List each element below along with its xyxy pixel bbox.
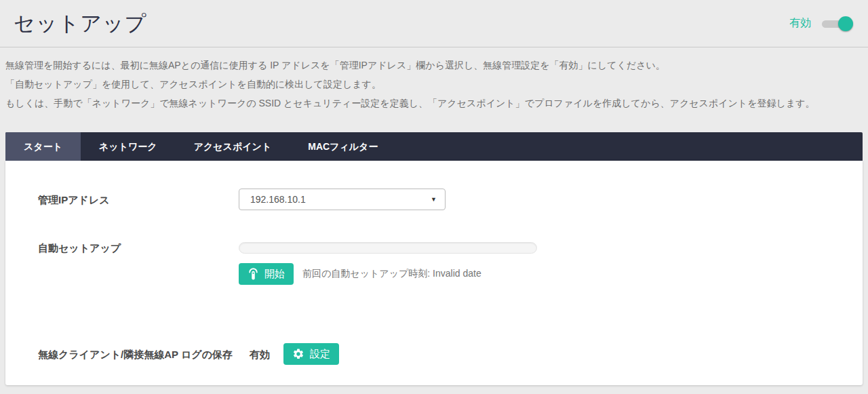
auto-setup-controls: 開始 前回の自動セットアップ時刻: Invalid date xyxy=(239,242,537,285)
tab-mac-filter[interactable]: MACフィルター xyxy=(290,132,396,161)
management-ip-selected-value: 192.168.10.1 xyxy=(250,194,306,205)
auto-setup-row: 自動セットアップ 開始 前回の自動セットアップ時刻: Invalid d xyxy=(38,242,863,285)
wireless-management-status-label: 有効 xyxy=(789,16,811,31)
wireless-management-toggle-area: 有効 xyxy=(789,16,853,32)
management-ip-select[interactable]: 192.168.10.1 ▼ xyxy=(239,189,446,210)
tab-network[interactable]: ネットワーク xyxy=(81,132,176,161)
log-save-label: 無線クライアント/隣接無線AP ログの保存 xyxy=(38,343,239,361)
intro-line: 無線管理を開始するには、最初に無線APとの通信に使用する IP アドレスを「管理… xyxy=(5,56,863,75)
log-save-status: 有効 xyxy=(250,343,270,361)
intro-line: 「自動セットアップ」を使用して、アクセスポイントを自動的に検出して設定します。 xyxy=(5,75,863,94)
auto-setup-button-row: 開始 前回の自動セットアップ時刻: Invalid date xyxy=(239,263,537,285)
settings-button-label: 設定 xyxy=(310,348,330,361)
wireless-management-toggle[interactable] xyxy=(821,16,853,32)
auto-setup-label: 自動セットアップ xyxy=(38,242,239,255)
content-panel: 管理IPアドレス 192.168.10.1 ▼ 自動セットアップ xyxy=(5,161,863,385)
tab-access-point[interactable]: アクセスポイント xyxy=(176,132,290,161)
management-ip-row: 管理IPアドレス 192.168.10.1 ▼ xyxy=(38,189,863,210)
intro-line: もしくは、手動で「ネットワーク」で無線ネットワークの SSID とセキュリティー… xyxy=(5,94,863,113)
last-auto-setup-time: 前回の自動セットアップ時刻: Invalid date xyxy=(302,268,481,280)
toggle-knob xyxy=(838,16,853,31)
intro-text: 無線管理を開始するには、最初に無線APとの通信に使用する IP アドレスを「管理… xyxy=(5,56,863,113)
page-title: セットアップ xyxy=(14,9,146,38)
log-save-row: 無線クライアント/隣接無線AP ログの保存 有効 設定 xyxy=(38,343,863,365)
tab-bar: スタート ネットワーク アクセスポイント MACフィルター xyxy=(5,132,863,161)
broadcast-icon xyxy=(248,267,259,281)
start-auto-setup-button[interactable]: 開始 xyxy=(239,263,294,285)
management-ip-label: 管理IPアドレス xyxy=(38,189,239,207)
start-button-label: 開始 xyxy=(264,268,285,281)
caret-down-icon: ▼ xyxy=(431,196,437,203)
log-save-settings-button[interactable]: 設定 xyxy=(283,343,339,365)
page-header: セットアップ 有効 xyxy=(0,0,868,47)
tab-start[interactable]: スタート xyxy=(5,132,81,161)
auto-setup-progress-bar xyxy=(239,242,537,254)
gear-icon xyxy=(292,348,304,360)
